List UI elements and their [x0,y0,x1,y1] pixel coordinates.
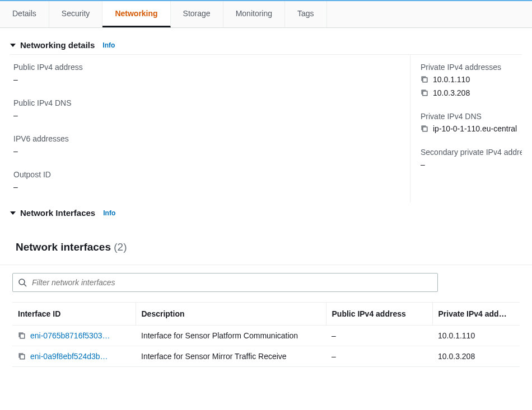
value-outpost-id: – [13,182,400,191]
svg-point-3 [19,279,25,285]
network-interfaces-panel: Network interfaces (2) Interface ID Desc… [0,224,532,367]
cell-description: Interface for Sensor Platform Communicat… [136,326,326,346]
svg-rect-2 [423,127,427,131]
table-row[interactable]: eni-0a9f8ebf524d3b… Interface for Sensor… [12,346,520,367]
cell-private-ipv4: 10.0.3.208 [432,346,520,367]
value-private-ipv4-1: 10.0.3.208 [433,88,470,97]
value-secondary-private-ipv4: – [421,160,522,169]
interfaces-count: (2) [114,241,127,253]
table-row[interactable]: eni-0765b8716f5303… Interface for Sensor… [12,326,520,346]
col-private-ipv4[interactable]: Private IPv4 add… [432,303,520,326]
filter-network-interfaces-input[interactable] [12,273,438,292]
panel-title: Network interfaces (2) [16,241,520,253]
svg-line-4 [24,284,26,286]
value-ipv6: – [13,147,400,155]
caret-down-icon[interactable] [10,211,16,215]
col-interface-id[interactable]: Interface ID [12,303,136,326]
copy-icon[interactable] [18,352,26,360]
info-link[interactable]: Info [102,41,115,49]
cell-public-ipv4: – [326,326,432,346]
interface-id-link[interactable]: eni-0765b8716f5303… [30,331,110,340]
cell-description: Interface for Sensor Mirror Traffic Rece… [136,346,326,367]
copy-icon[interactable] [421,76,428,83]
svg-rect-5 [20,334,25,338]
tab-storage[interactable]: Storage [171,1,223,27]
network-interfaces-table: Interface ID Description Public IPv4 add… [12,302,520,367]
label-public-ipv4: Public IPv4 address [13,63,400,72]
value-private-ipv4-dns: ip-10-0-1-110.eu-central [433,124,517,133]
tab-security[interactable]: Security [49,1,103,27]
tab-tags[interactable]: Tags [285,1,327,27]
interface-id-link[interactable]: eni-0a9f8ebf524d3b… [30,352,108,361]
value-public-ipv4: – [13,75,400,84]
tab-details[interactable]: Details [0,1,49,27]
tab-networking[interactable]: Networking [102,1,170,27]
section-title-networking-details: Networking details [20,40,95,50]
copy-icon[interactable] [18,332,26,340]
cell-public-ipv4: – [326,346,432,367]
tab-bar: Details Security Networking Storage Moni… [0,0,532,28]
info-link[interactable]: Info [103,209,115,217]
label-private-ipv4: Private IPv4 addresses [421,63,522,72]
cell-private-ipv4: 10.0.1.110 [432,326,520,346]
value-private-ipv4-0: 10.0.1.110 [433,75,470,84]
caret-down-icon[interactable] [10,44,16,47]
col-description[interactable]: Description [136,303,326,326]
svg-rect-6 [20,355,25,359]
networking-details-section: Networking details Info Public IPv4 addr… [0,28,532,224]
label-private-ipv4-dns: Private IPv4 DNS [421,112,522,121]
search-icon [18,278,27,287]
section-title-network-interfaces: Network Interfaces [20,208,95,218]
label-ipv6: IPV6 addresses [13,134,400,143]
col-public-ipv4[interactable]: Public IPv4 address [326,303,432,326]
label-secondary-private-ipv4: Secondary private IPv4 addresses [421,148,522,157]
label-outpost-id: Outpost ID [13,170,400,179]
copy-icon[interactable] [421,125,428,133]
label-public-ipv4-dns: Public IPv4 DNS [13,98,400,107]
svg-rect-1 [423,91,427,96]
value-public-ipv4-dns: – [13,111,400,120]
tab-monitoring[interactable]: Monitoring [223,1,285,27]
svg-rect-0 [423,78,427,82]
copy-icon[interactable] [421,89,428,97]
